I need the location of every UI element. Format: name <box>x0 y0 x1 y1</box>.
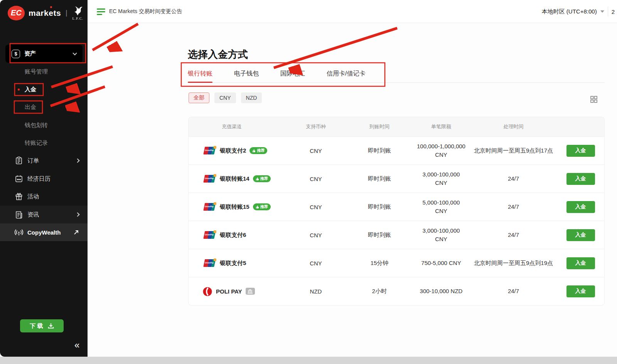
badge-label: 推荐 <box>257 148 265 153</box>
hours-cell: 24/7 <box>508 174 519 183</box>
svg-text:UnionPay: UnionPay <box>205 262 214 264</box>
download-label: 下载 <box>30 322 45 330</box>
tab-ewallet[interactable]: 电子钱包 <box>234 65 259 82</box>
sidebar-item-wallet-transfer[interactable]: 钱包划转 <box>25 121 48 129</box>
deposit-button[interactable]: 入金 <box>566 173 595 185</box>
sidebar-item-economic-calendar[interactable]: 经济日历 <box>0 170 88 188</box>
bank-badge <box>246 288 255 295</box>
sidebar-item-news[interactable]: 资讯 <box>0 206 88 223</box>
table-row: UnionPay 银联支付5 CNY 15分钟 750-5,000 CNY 北京… <box>189 249 604 277</box>
column-header: 处理时间 <box>470 123 557 130</box>
badge-label: 推荐 <box>260 204 268 210</box>
liverbird-icon <box>72 5 84 16</box>
arrival-cell: 即时到账 <box>347 231 412 239</box>
arrival-cell: 15分钟 <box>347 260 412 267</box>
limit-cell: 5,000-100,000 CNY <box>416 198 467 216</box>
thumbs-up-icon <box>252 149 256 153</box>
svg-text:UnionPay: UnionPay <box>205 149 214 151</box>
limit-cell: 100,000-1,000,000 CNY <box>416 142 467 159</box>
brand-wordmark: markets <box>29 8 61 18</box>
timezone-selector[interactable]: 本地时区 (UTC+8:00) <box>542 8 597 15</box>
sidebar-item-label: 经济日历 <box>27 175 79 183</box>
brand-text-dot: e <box>49 8 53 17</box>
announcement-banner[interactable]: EC Markets 交易时间变更公告 <box>97 0 182 23</box>
table-row: POLI PAY NZD 2小时 300-10,000 NZD 24/7 入金 <box>189 277 604 305</box>
hours-cell: 北京时间周一至周五9点到19点 <box>474 258 553 267</box>
timezone-widget: 本地时区 (UTC+8:00) 2 <box>542 0 615 23</box>
sidebar-item-label: 资讯 <box>27 211 72 218</box>
limit-cell: 300-10,000 NZD <box>420 287 463 296</box>
sidebar-item-withdraw[interactable]: 出金 <box>25 103 36 111</box>
sidebar-item-transfer-records[interactable]: 转账记录 <box>25 139 48 147</box>
sidebar-item-orders[interactable]: 订单 <box>0 152 88 169</box>
chevron-right-icon <box>75 158 79 163</box>
table-row: UnionPay 银联支付2 推荐 CNY 即时到账 100,000-1,000… <box>189 136 604 164</box>
arrival-cell: 2小时 <box>347 288 412 295</box>
filter-all[interactable]: 全部 <box>189 92 209 103</box>
sidebar-item-label: 入金 <box>25 86 36 93</box>
table-row: UnionPay 银联转账14 推荐 CNY 即时到账 3,000-100,00… <box>189 164 604 193</box>
arrival-cell: 即时到账 <box>347 147 412 154</box>
main-area: EC Markets 交易时间变更公告 本地时区 (UTC+8:00) 2 选择… <box>88 0 617 357</box>
calendar-icon <box>15 174 23 183</box>
currency-cell: CNY <box>285 176 347 182</box>
deposit-button[interactable]: 入金 <box>566 285 595 297</box>
chevron-down-icon[interactable] <box>600 10 604 13</box>
clipboard-icon <box>15 156 23 165</box>
column-header: 到账时间 <box>347 123 412 130</box>
sidebar-item-assets[interactable]: $ 资产 <box>5 45 83 63</box>
topbar: EC Markets 交易时间变更公告 本地时区 (UTC+8:00) 2 <box>88 0 617 23</box>
download-icon <box>48 323 54 329</box>
broadcast-icon <box>15 228 23 237</box>
sidebar-item-account-management[interactable]: 账号管理 <box>25 68 48 75</box>
external-link-icon <box>74 230 79 235</box>
recommended-badge: 推荐 <box>249 147 267 154</box>
channel-name: 银联转账14 <box>220 175 249 183</box>
table-row: UnionPay 银联支付6 CNY 即时到账 3,000-100,000 CN… <box>189 221 604 249</box>
hours-cell: 24/7 <box>508 202 519 211</box>
arrival-cell: 即时到账 <box>347 203 412 211</box>
sidebar-item-deposit[interactable]: 入金 <box>25 86 36 93</box>
thumbs-up-icon <box>256 205 259 209</box>
channel-name: 银联支付5 <box>220 260 246 267</box>
deposit-method-tabs: 银行转账 电子钱包 国际电汇 信用卡/借记卡 <box>188 65 605 83</box>
grid-view-icon[interactable] <box>590 95 598 104</box>
page-title: 选择入金方式 <box>188 48 248 61</box>
column-header: 单笔限额 <box>412 123 470 130</box>
table-header-row: 充值渠道 支持币种 到账时间 单笔限额 处理时间 <box>189 117 604 136</box>
svg-text:UnionPay: UnionPay <box>205 177 214 179</box>
chevron-down-icon <box>72 51 77 55</box>
lfc-label: L.F.C. <box>72 17 83 20</box>
brand-text: mark <box>29 8 49 17</box>
hours-cell: 北京时间周一至周五9点到17点 <box>474 146 553 155</box>
channel-name: 银联支付6 <box>220 231 246 239</box>
deposit-button[interactable]: 入金 <box>566 257 595 269</box>
bank-icon <box>248 289 253 294</box>
announcement-lines-icon <box>97 8 105 15</box>
chevron-right-icon <box>75 212 79 216</box>
sidebar-item-label: 资产 <box>24 50 69 57</box>
download-button[interactable]: 下载 <box>20 319 64 332</box>
tab-credit-debit-card[interactable]: 信用卡/借记卡 <box>327 65 365 82</box>
logo-divider: | <box>66 9 67 17</box>
deposit-button[interactable]: 入金 <box>566 229 595 241</box>
filter-nzd[interactable]: NZD <box>241 92 262 103</box>
currency-cell: CNY <box>285 232 347 238</box>
sidebar-item-activities[interactable]: 活动 <box>0 188 88 205</box>
channel-name: 银联支付2 <box>220 147 246 154</box>
clock-text: 2 <box>612 8 615 15</box>
news-icon <box>15 210 23 219</box>
brand-text: ts <box>53 8 61 17</box>
deposit-button[interactable]: 入金 <box>566 145 595 157</box>
filter-cny[interactable]: CNY <box>214 92 236 103</box>
sidebar-item-copywealth[interactable]: CopyWealth <box>0 223 88 241</box>
channel-name: 银联转账15 <box>220 203 249 211</box>
tab-international-wire[interactable]: 国际电汇 <box>280 65 305 82</box>
svg-text:UnionPay: UnionPay <box>205 205 214 208</box>
column-header: 充值渠道 <box>189 123 285 130</box>
deposit-button[interactable]: 入金 <box>566 201 595 213</box>
tab-bank-transfer[interactable]: 银行转账 <box>188 65 212 82</box>
unionpay-icon: UnionPay <box>202 230 216 240</box>
collapse-sidebar-button[interactable]: « <box>74 340 79 351</box>
announcement-text: EC Markets 交易时间变更公告 <box>109 8 182 15</box>
